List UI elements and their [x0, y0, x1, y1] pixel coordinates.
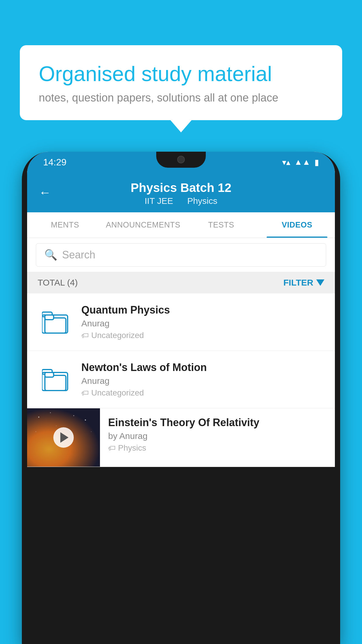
tab-videos[interactable]: VIDEOS: [259, 212, 335, 238]
einstein-thumbnail: [27, 408, 100, 467]
bubble-title: Organised study material: [39, 61, 323, 86]
tag-icon: 🏷: [81, 388, 89, 398]
svg-point-10: [85, 419, 86, 421]
status-icons: ▾▴ ▲▲ ▮: [282, 158, 319, 167]
search-icon: 🔍: [44, 249, 57, 261]
camera-icon: [177, 156, 185, 163]
battery-icon: ▮: [314, 158, 319, 167]
video-folder-icon: [38, 361, 73, 396]
filter-icon: [316, 279, 324, 286]
phone-content: 🔍 Search TOTAL (4) FILTER: [27, 238, 335, 467]
video-author: Anurag: [81, 318, 324, 328]
video-title: Newton's Laws of Motion: [81, 361, 324, 374]
video-folder-icon: [38, 304, 73, 339]
search-input-wrap[interactable]: 🔍 Search: [36, 243, 326, 267]
video-info: Quantum Physics Anurag 🏷 Uncategorized: [81, 304, 324, 340]
status-time: 14:29: [43, 157, 66, 168]
svg-point-12: [73, 415, 74, 416]
phone-frame: 14:29 ▾▴ ▲▲ ▮ ← Physics Batch 12 IIT JEE…: [22, 152, 340, 644]
tab-ments[interactable]: MENTS: [27, 212, 103, 238]
video-info: Newton's Laws of Motion Anurag 🏷 Uncateg…: [81, 361, 324, 398]
signal-icon: ▲▲: [294, 158, 310, 167]
total-count: TOTAL (4): [38, 278, 78, 288]
svg-point-13: [36, 431, 36, 432]
video-info: Einstein's Theory Of Relativity by Anura…: [100, 408, 335, 461]
video-author: by Anurag: [108, 431, 327, 441]
notch: [156, 152, 206, 168]
video-title: Einstein's Theory Of Relativity: [108, 416, 327, 429]
list-item[interactable]: Einstein's Theory Of Relativity by Anura…: [27, 408, 335, 467]
wifi-icon: ▾▴: [282, 158, 290, 167]
bubble-subtitle: notes, question papers, solutions all at…: [39, 92, 323, 104]
list-item[interactable]: Quantum Physics Anurag 🏷 Uncategorized: [27, 293, 335, 351]
video-tag: 🏷 Uncategorized: [81, 331, 324, 340]
status-bar: 14:29 ▾▴ ▲▲ ▮: [27, 152, 335, 173]
speech-bubble-container: Organised study material notes, question…: [20, 45, 342, 120]
header-subtitle: IIT JEE Physics: [142, 196, 220, 206]
svg-point-8: [38, 416, 39, 418]
play-icon: [60, 432, 68, 443]
svg-rect-7: [45, 372, 54, 377]
tab-bar: MENTS ANNOUNCEMENTS TESTS VIDEOS: [27, 212, 335, 238]
header-title: Physics Batch 12: [131, 181, 231, 195]
filter-bar: TOTAL (4) FILTER: [27, 272, 335, 293]
subtitle-physics: Physics: [187, 196, 217, 206]
video-title: Quantum Physics: [81, 304, 324, 316]
speech-bubble: Organised study material notes, question…: [20, 45, 342, 120]
video-author: Anurag: [81, 376, 324, 386]
filter-button[interactable]: FILTER: [283, 278, 324, 288]
app-header: ← Physics Batch 12 IIT JEE Physics: [27, 173, 335, 212]
svg-rect-3: [45, 315, 54, 320]
svg-point-11: [91, 431, 92, 432]
back-button[interactable]: ←: [39, 186, 51, 200]
search-input[interactable]: Search: [62, 249, 95, 261]
list-item[interactable]: Newton's Laws of Motion Anurag 🏷 Uncateg…: [27, 351, 335, 408]
svg-point-14: [56, 426, 57, 426]
svg-point-9: [50, 412, 51, 413]
tag-icon: 🏷: [81, 331, 89, 340]
play-button[interactable]: [53, 427, 74, 448]
search-bar: 🔍 Search: [27, 238, 335, 272]
tag-icon: 🏷: [108, 444, 116, 453]
video-tag: 🏷 Physics: [108, 443, 327, 453]
video-list: Quantum Physics Anurag 🏷 Uncategorized: [27, 293, 335, 467]
phone-inner: 14:29 ▾▴ ▲▲ ▮ ← Physics Batch 12 IIT JEE…: [27, 152, 335, 467]
tab-tests[interactable]: TESTS: [183, 212, 259, 238]
subtitle-iitjee: IIT JEE: [145, 196, 173, 206]
video-tag: 🏷 Uncategorized: [81, 388, 324, 398]
tab-announcements[interactable]: ANNOUNCEMENTS: [103, 212, 183, 238]
